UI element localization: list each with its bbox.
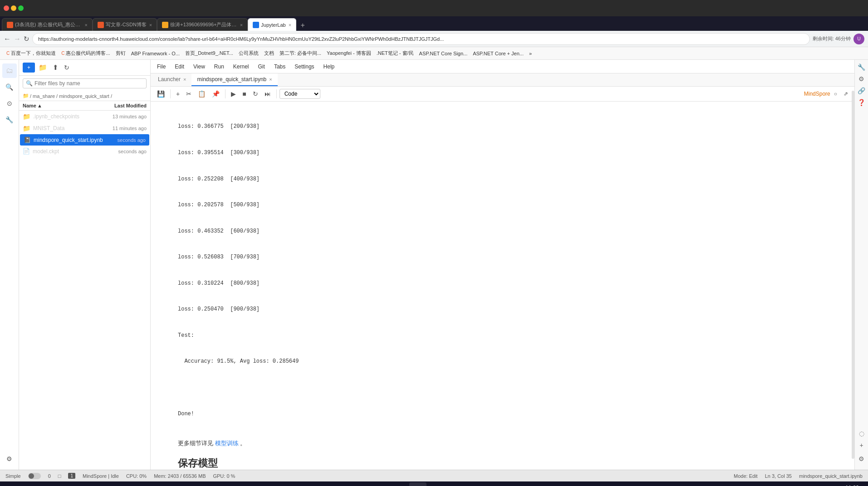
nb-tab-notebook[interactable]: mindspore_quick_start.ipynb × [191, 73, 277, 86]
ln-col: Ln 3, Col 35 [765, 473, 792, 479]
file-item-mnist[interactable]: 📁 MNIST_Data 11 minutes ago [19, 122, 150, 134]
bookmark-11[interactable]: ASP.NET Core Sign... [417, 50, 471, 57]
bookmark-6[interactable]: 公司系统 [236, 49, 261, 58]
bookmark-8[interactable]: 第二节: 必备中间... [277, 49, 324, 58]
upload-button[interactable]: ⬆ [51, 63, 60, 73]
bookmark-1[interactable]: C百度一下，你就知道 [4, 49, 59, 58]
bookmark-10[interactable]: .NET笔记 - 窗/民 [374, 49, 417, 58]
menu-help[interactable]: Help [319, 62, 339, 72]
model-train-link[interactable]: 模型训练 [215, 440, 239, 447]
col-name-header[interactable]: Name ▲ [23, 103, 92, 108]
menu-kernel[interactable]: Kernel [229, 62, 254, 72]
restart-kernel-button[interactable]: ↻ [250, 88, 261, 99]
tab-1-close[interactable]: × [85, 22, 88, 28]
nb-tab-launcher[interactable]: Launcher × [152, 73, 191, 86]
taskbar-explorer[interactable]: 📁 [36, 482, 54, 486]
file-list: 📁 .ipynb_checkpoints 13 minutes ago 📁 MN… [19, 111, 150, 470]
menu-edit[interactable]: Edit [170, 62, 189, 72]
taskbar-browser-icon[interactable]: 🌐 [409, 482, 427, 486]
search-icon: 🔍 [26, 80, 33, 87]
folder-icon: 📁 [23, 113, 30, 120]
notebook-icon: 📓 [24, 136, 31, 143]
kernel-status-button[interactable]: ○ [831, 89, 840, 99]
bookmarks-more[interactable]: » [526, 50, 535, 57]
file-name: .ipynb_checkpoints [33, 113, 110, 120]
url-bar[interactable]: https://authoring-modelarts-cnnorth4.hua… [32, 33, 810, 45]
right-icon-6[interactable]: + [859, 442, 863, 449]
menu-tabs[interactable]: Tabs [270, 62, 290, 72]
file-name: model.ckpt [33, 148, 116, 155]
new-folder-button[interactable]: 📁 [37, 63, 49, 73]
menu-settings[interactable]: Settings [290, 62, 319, 72]
add-cell-button[interactable]: + [173, 88, 182, 99]
menu-git[interactable]: Git [254, 62, 270, 72]
save-button[interactable]: 💾 [154, 88, 167, 99]
simple-toggle[interactable] [28, 473, 41, 479]
file-name: mindspore_quick_start.ipynb [34, 137, 115, 143]
file-modified: seconds ago [118, 149, 147, 154]
breadcrumb: 📁 / ma_share / mindspore_quick_start / [19, 91, 150, 101]
taskbar-search[interactable]: 🔍 [20, 483, 36, 486]
file-name: MNIST_Data [33, 125, 110, 131]
copy-cell-button[interactable]: 📋 [195, 88, 208, 99]
bookmark-4[interactable]: ABP Framework - O... [128, 50, 182, 57]
file-item-notebook[interactable]: 📓 mindspore_quick_start.ipynb seconds ag… [20, 134, 149, 146]
back-button[interactable]: ← [4, 35, 11, 43]
left-icon-property[interactable]: 🔧 [2, 112, 17, 127]
new-tab-button[interactable]: + [296, 20, 309, 31]
share-button[interactable]: ⇗ [841, 89, 851, 99]
refresh-button[interactable]: ↻ [62, 63, 71, 72]
bookmark-3[interactable]: 剪钉 [113, 49, 128, 58]
bookmark-2[interactable]: C惠公服代码的博客... [59, 49, 113, 58]
right-icon-1[interactable]: 🔧 [858, 63, 865, 71]
windows-start-button[interactable]: ⊞ [4, 483, 20, 486]
paste-cell-button[interactable]: 📌 [209, 88, 222, 99]
restart-run-button[interactable]: ⏭ [262, 88, 274, 99]
left-icon-files[interactable]: 🗂 [2, 63, 17, 78]
bookmark-9[interactable]: Yaopengfei - 博客园 [324, 49, 374, 58]
tab-3[interactable]: 徐涛+13960699696+产品体验评... × [157, 18, 248, 31]
left-icon-settings[interactable]: ⚙ [2, 452, 17, 466]
nb-tab-notebook-close[interactable]: × [269, 77, 272, 82]
col-modified-header[interactable]: Last Modified [92, 103, 147, 108]
right-icon-2[interactable]: ⚙ [858, 75, 864, 83]
file-item-ckpt[interactable]: 📄 model.ckpt seconds ago [19, 146, 150, 157]
menu-file[interactable]: File [152, 62, 170, 72]
right-icon-settings[interactable]: ⚙ [858, 455, 864, 462]
nb-tab-launcher-close[interactable]: × [183, 77, 186, 82]
user-avatar[interactable]: U [853, 34, 864, 44]
file-item-checkpoints[interactable]: 📁 .ipynb_checkpoints 13 minutes ago [19, 111, 150, 122]
search-input[interactable] [34, 80, 143, 87]
menu-view[interactable]: View [189, 62, 210, 72]
right-icon-5[interactable]: ◌ [859, 430, 864, 437]
tab-2[interactable]: 写文章-CSDN博客 × [93, 18, 157, 31]
reload-button[interactable]: ↻ [24, 35, 29, 43]
tab-2-close[interactable]: × [149, 22, 152, 28]
new-launcher-button[interactable]: + [23, 63, 35, 73]
mindspore-badge: MindSpore [804, 91, 830, 97]
tab-4-jupyterlab[interactable]: JupyterLab × [248, 18, 296, 31]
right-icon-3[interactable]: 🔗 [858, 87, 865, 94]
file-modified: 11 minutes ago [113, 126, 147, 131]
notebook-content: loss: 0.366775 [200/938] loss: 0.395514 … [151, 102, 854, 470]
run-cell-button[interactable]: ▶ [228, 88, 239, 99]
menu-run[interactable]: Run [210, 62, 229, 72]
tab-4-close[interactable]: × [289, 22, 291, 28]
kernel-status[interactable]: MindSpore | Idle [83, 473, 119, 479]
forward-button[interactable]: → [14, 35, 21, 43]
bookmark-7[interactable]: 文档 [261, 49, 277, 58]
tab-1[interactable]: (3条消息) 惠公服代码_惠公系统... × [2, 18, 93, 31]
tab-3-close[interactable]: × [240, 22, 243, 28]
section1-title: 保存模型 [178, 457, 827, 470]
bookmark-5[interactable]: 首页_Dotnet9_.NET... [182, 49, 236, 58]
mem-stat: Mem: 2403 / 65536 MB [154, 473, 206, 479]
cut-cell-button[interactable]: ✂ [183, 88, 194, 99]
stop-kernel-button[interactable]: ■ [240, 88, 249, 99]
cell-type-select[interactable]: Code Markdown Raw [280, 89, 320, 99]
left-icon-git[interactable]: ⊙ [2, 96, 17, 111]
right-icon-4[interactable]: ❓ [858, 99, 865, 106]
output-block: loss: 0.366775 [200/938] loss: 0.395514 … [178, 102, 827, 436]
left-icon-search[interactable]: 🔍 [2, 80, 17, 94]
kernel-icon: □ [58, 473, 61, 479]
bookmark-12[interactable]: ASP.NET Core + Jen... [470, 50, 526, 57]
